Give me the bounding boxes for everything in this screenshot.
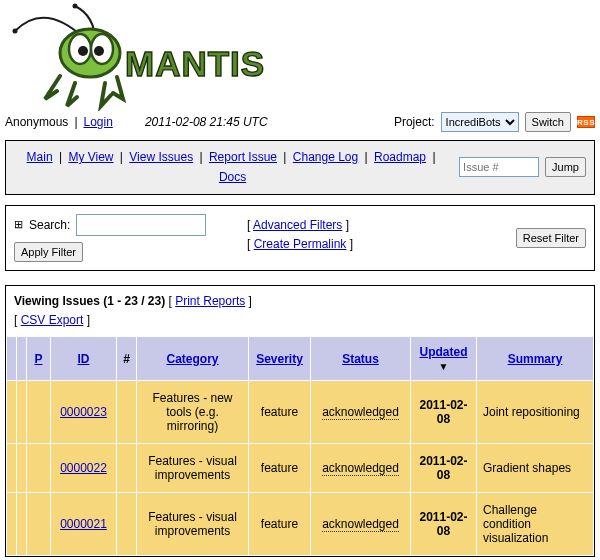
- col-status[interactable]: Status: [311, 337, 411, 381]
- cell-updated: 2011-02-08: [411, 444, 477, 493]
- cell-id: 0000021: [51, 493, 117, 556]
- mantis-logo: MANTIS: [5, 1, 305, 111]
- col-severity[interactable]: Severity: [249, 337, 311, 381]
- cell-priority: [27, 381, 51, 444]
- cell-category: Features - visual improvements: [137, 493, 249, 556]
- cell-updated: 2011-02-08: [411, 381, 477, 444]
- create-permalink-link[interactable]: Create Permalink: [254, 237, 347, 251]
- csv-export-link[interactable]: CSV Export: [21, 313, 84, 327]
- cell-priority: [27, 493, 51, 556]
- cell-id: 0000022: [51, 444, 117, 493]
- col-blank1: [7, 337, 17, 381]
- login-link[interactable]: Login: [84, 115, 113, 129]
- nav-links: Main | My View | View Issues | Report Is…: [14, 147, 451, 188]
- search-label: Search:: [29, 218, 70, 232]
- cell-hash: [117, 444, 137, 493]
- cell-id: 0000023: [51, 381, 117, 444]
- cell-category: Features - new tools (e.g. mirroring): [137, 381, 249, 444]
- svg-point-1: [73, 4, 78, 9]
- col-id[interactable]: ID: [51, 337, 117, 381]
- cell-status: acknowledged: [311, 493, 411, 556]
- filter-links: [ Advanced Filters ] [ Create Permalink …: [247, 216, 353, 254]
- search-input[interactable]: [76, 214, 206, 236]
- timestamp: 2011-02-08 21:45 UTC: [145, 115, 268, 129]
- project-select[interactable]: IncrediBots: [441, 112, 519, 132]
- cell-blank2: [17, 493, 27, 556]
- cell-blank2: [17, 381, 27, 444]
- cell-status: acknowledged: [311, 444, 411, 493]
- reset-filter-button[interactable]: Reset Filter: [516, 228, 586, 248]
- cell-updated: 2011-02-08: [411, 493, 477, 556]
- issue-id-link[interactable]: 0000022: [60, 461, 107, 475]
- cell-summary: Gradient shapes: [477, 444, 594, 493]
- nav-view-issues[interactable]: View Issues: [129, 150, 193, 164]
- cell-category: Features - visual improvements: [137, 444, 249, 493]
- search-filter-box: ⊞ Search: Apply Filter [ Advanced Filter…: [5, 205, 595, 271]
- cell-blank1: [7, 444, 17, 493]
- cell-summary: Joint repositioning: [477, 381, 594, 444]
- col-updated[interactable]: Updated▼: [411, 337, 477, 381]
- advanced-filters-link[interactable]: Advanced Filters: [253, 218, 342, 232]
- svg-point-6: [94, 46, 104, 56]
- col-blank2: [17, 337, 27, 381]
- cell-summary: Challenge condition visualization: [477, 493, 594, 556]
- sort-desc-icon: ▼: [415, 361, 472, 372]
- nav-roadmap[interactable]: Roadmap: [374, 150, 426, 164]
- table-row: 0000022Features - visual improvementsfea…: [7, 444, 594, 493]
- table-header-row: P ID # Category Severity Status Updated▼…: [7, 337, 594, 381]
- table-row: 0000021Features - visual improvementsfea…: [7, 493, 594, 556]
- table-row: 0000023Features - new tools (e.g. mirror…: [7, 381, 594, 444]
- col-hash: #: [117, 337, 137, 381]
- jump-group: Jump: [459, 157, 586, 177]
- issue-id-link[interactable]: 0000021: [60, 517, 107, 531]
- nav-my-view[interactable]: My View: [68, 150, 113, 164]
- user-info-row: Anonymous | Login 2011-02-08 21:45 UTC P…: [5, 110, 595, 140]
- apply-filter-button[interactable]: Apply Filter: [14, 242, 83, 262]
- cell-hash: [117, 493, 137, 556]
- svg-text:MANTIS: MANTIS: [125, 44, 265, 83]
- cell-blank1: [7, 381, 17, 444]
- username: Anonymous: [5, 115, 68, 129]
- cell-severity: feature: [249, 381, 311, 444]
- separator: |: [74, 115, 77, 129]
- col-category[interactable]: Category: [137, 337, 249, 381]
- issues-table: P ID # Category Severity Status Updated▼…: [6, 336, 594, 556]
- nav-change-log[interactable]: Change Log: [293, 150, 358, 164]
- col-priority[interactable]: P: [27, 337, 51, 381]
- cell-hash: [117, 381, 137, 444]
- issues-header: Viewing Issues (1 - 23 / 23) [ Print Rep…: [6, 286, 594, 336]
- switch-button[interactable]: Switch: [525, 112, 571, 132]
- issue-number-input[interactable]: [459, 157, 539, 177]
- issue-id-link[interactable]: 0000023: [60, 405, 107, 419]
- project-label: Project:: [394, 115, 435, 129]
- nav-main[interactable]: Main: [27, 150, 53, 164]
- svg-point-5: [78, 46, 88, 56]
- jump-button[interactable]: Jump: [545, 157, 586, 177]
- cell-blank1: [7, 493, 17, 556]
- svg-point-0: [13, 29, 18, 34]
- nav-bar: Main | My View | View Issues | Report Is…: [5, 140, 595, 195]
- col-summary[interactable]: Summary: [477, 337, 594, 381]
- nav-docs[interactable]: Docs: [219, 170, 246, 184]
- cell-severity: feature: [249, 444, 311, 493]
- print-reports-link[interactable]: Print Reports: [175, 294, 245, 308]
- issues-title: Viewing Issues (1 - 23 / 23): [14, 294, 165, 308]
- cell-status: acknowledged: [311, 381, 411, 444]
- logo-row: MANTIS: [5, 0, 595, 110]
- rss-icon[interactable]: RSS: [577, 116, 595, 128]
- issues-box: Viewing Issues (1 - 23 / 23) [ Print Rep…: [5, 285, 595, 557]
- expand-icon[interactable]: ⊞: [14, 218, 23, 231]
- cell-blank2: [17, 444, 27, 493]
- cell-severity: feature: [249, 493, 311, 556]
- cell-priority: [27, 444, 51, 493]
- nav-report-issue[interactable]: Report Issue: [209, 150, 277, 164]
